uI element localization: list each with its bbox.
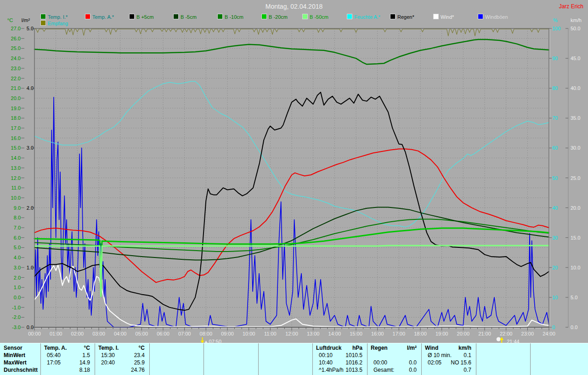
svg-text:90: 90 <box>552 56 558 61</box>
svg-text:15.0: 15.0 <box>11 145 21 151</box>
svg-text:5.0: 5.0 <box>27 26 34 31</box>
svg-text:12:00: 12:00 <box>285 331 298 336</box>
svg-text:30.0: 30.0 <box>571 145 580 151</box>
svg-text:21:00: 21:00 <box>478 331 491 336</box>
svg-text:10: 10 <box>552 295 558 300</box>
svg-text:2.0: 2.0 <box>14 275 21 280</box>
svg-text:20.0: 20.0 <box>571 205 580 211</box>
sensor-unit: °C <box>122 345 145 352</box>
svg-text:5.0: 5.0 <box>571 295 577 300</box>
svg-text:8.0: 8.0 <box>14 215 21 220</box>
svg-text:23.0: 23.0 <box>11 66 21 71</box>
stat-value: 24.76 <box>119 367 145 374</box>
svg-text:40: 40 <box>552 205 558 211</box>
svg-text:4.0: 4.0 <box>14 255 21 260</box>
svg-text:30: 30 <box>552 235 558 241</box>
svg-text:09:00: 09:00 <box>221 331 234 336</box>
table-separator <box>149 343 150 375</box>
svg-text:22.0: 22.0 <box>11 76 21 81</box>
svg-text:9.0: 9.0 <box>14 205 21 211</box>
svg-text:5.0: 5.0 <box>14 245 21 250</box>
svg-text:19:00: 19:00 <box>435 331 448 336</box>
stat-value: 1010.5 <box>337 352 362 359</box>
stat-value: 8.18 <box>65 367 90 374</box>
svg-text:35.0: 35.0 <box>571 115 580 121</box>
sensor-unit: km/h <box>449 345 472 352</box>
table-separator <box>421 343 422 375</box>
table-separator <box>95 343 95 375</box>
svg-text:24.0: 24.0 <box>11 56 21 61</box>
svg-text:04:00: 04:00 <box>114 331 127 336</box>
stat-value: 25.9 <box>119 359 145 366</box>
svg-text:45.0: 45.0 <box>571 56 580 61</box>
table-separator <box>204 343 204 375</box>
svg-text:11:00: 11:00 <box>264 331 277 336</box>
weather-chart: °C-3.0-2.0-1.00.01.02.03.04.05.06.07.08.… <box>0 0 588 344</box>
svg-text:11.0: 11.0 <box>11 185 21 190</box>
table-separator <box>40 343 41 375</box>
svg-text:l/m²: l/m² <box>22 17 30 23</box>
svg-text:16.0: 16.0 <box>11 135 21 141</box>
svg-text:1.0: 1.0 <box>27 265 34 270</box>
svg-text:05:00: 05:00 <box>136 331 148 336</box>
svg-text:24:00: 24:00 <box>543 331 555 336</box>
svg-text:02:00: 02:00 <box>71 331 84 336</box>
svg-text:0.0: 0.0 <box>571 325 577 330</box>
table-separator <box>530 343 531 375</box>
table-separator <box>312 343 313 375</box>
svg-text:23:00: 23:00 <box>521 331 534 336</box>
svg-text:-1.0: -1.0 <box>12 305 21 310</box>
svg-text:15.0: 15.0 <box>571 235 580 241</box>
table-row-label: MaxWert <box>4 359 40 366</box>
svg-text:40.0: 40.0 <box>571 85 580 91</box>
svg-text:50: 50 <box>552 175 558 181</box>
svg-text:25.0: 25.0 <box>11 45 21 51</box>
sensor-unit: l/m² <box>394 345 417 352</box>
svg-text:20:00: 20:00 <box>457 331 470 336</box>
svg-text:14:00: 14:00 <box>328 331 341 336</box>
svg-text:3.0: 3.0 <box>14 265 21 270</box>
svg-text:0: 0 <box>552 325 555 330</box>
table-row-label: Durchschnitt <box>4 367 40 374</box>
svg-text:26.0: 26.0 <box>11 36 21 41</box>
table-row-label: Sensor <box>4 345 40 352</box>
stat-value: 1013.5 <box>337 367 362 374</box>
svg-text:17:00: 17:00 <box>393 331 406 336</box>
svg-text:50.0: 50.0 <box>571 26 580 31</box>
table-separator <box>367 343 368 375</box>
svg-text:10:00: 10:00 <box>243 331 255 336</box>
svg-text:100: 100 <box>552 26 560 31</box>
stat-value: 0.1 <box>446 352 471 359</box>
svg-text:19.0: 19.0 <box>11 106 21 111</box>
stat-value: 0.0 <box>391 367 417 374</box>
svg-text:07:00: 07:00 <box>178 331 191 336</box>
svg-text:4.0: 4.0 <box>27 85 34 91</box>
svg-text:°C: °C <box>7 17 13 23</box>
stat-value: 1.5 <box>65 352 90 359</box>
svg-text:06:00: 06:00 <box>157 331 170 336</box>
svg-text:01:00: 01:00 <box>50 331 62 336</box>
svg-text:14.0: 14.0 <box>11 155 21 161</box>
svg-text:70: 70 <box>552 115 558 121</box>
svg-text:60: 60 <box>552 145 558 151</box>
svg-text:0.0: 0.0 <box>14 295 21 300</box>
svg-text:13:00: 13:00 <box>307 331 320 336</box>
table-separator <box>476 343 476 375</box>
svg-text:10.0: 10.0 <box>571 265 580 270</box>
svg-text:%: % <box>553 17 558 23</box>
table-row-label: MinWert <box>4 352 40 359</box>
svg-text:12.0: 12.0 <box>11 175 21 181</box>
svg-text:13.0: 13.0 <box>11 165 21 171</box>
svg-text:20.0: 20.0 <box>11 95 21 101</box>
stat-value: 23.4 <box>119 352 145 359</box>
svg-text:3.0: 3.0 <box>27 145 34 151</box>
stat-value: 14.9 <box>65 359 90 366</box>
svg-text:0.0: 0.0 <box>27 325 34 330</box>
stat-value: 0.0 <box>391 359 417 366</box>
sensor-unit: °C <box>68 345 90 352</box>
svg-text:80: 80 <box>552 85 558 91</box>
svg-text:km/h: km/h <box>571 17 582 23</box>
svg-text:7.0: 7.0 <box>14 225 21 230</box>
svg-text:-2.0: -2.0 <box>12 314 21 320</box>
svg-text:03:00: 03:00 <box>92 331 105 336</box>
